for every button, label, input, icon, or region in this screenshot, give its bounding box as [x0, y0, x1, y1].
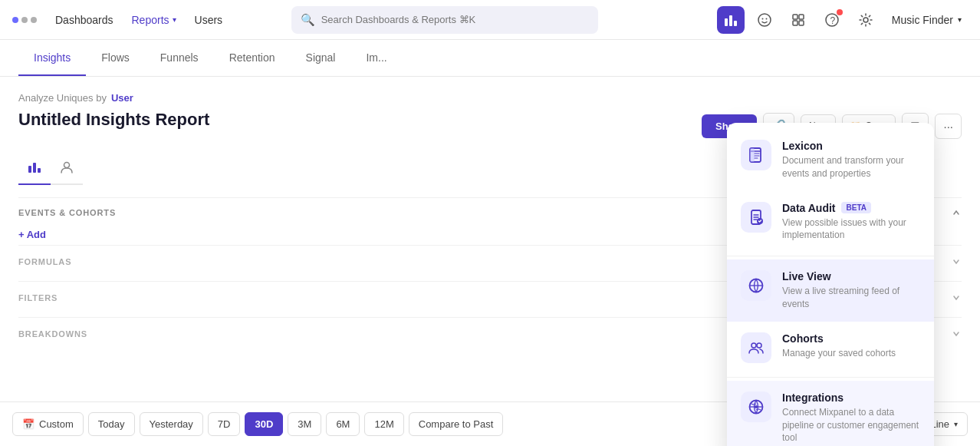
- notification-badge: [837, 9, 843, 15]
- svg-point-4: [761, 18, 763, 19]
- tab-more[interactable]: Im...: [350, 41, 402, 76]
- nav-dot-1: [12, 17, 18, 23]
- nav-right-icons: ? Music Finder ▾: [717, 6, 968, 34]
- live-view-title: Live View: [782, 270, 920, 282]
- cohorts-title: Cohorts: [782, 332, 920, 345]
- workspace-name: Music Finder: [892, 14, 953, 26]
- dropdown-item-lexicon[interactable]: Lexicon Document and transform your even…: [727, 129, 934, 191]
- nav-users[interactable]: Users: [189, 11, 229, 29]
- data-audit-icon: [741, 202, 771, 233]
- cohorts-desc: Manage your saved cohorts: [782, 347, 920, 360]
- lexicon-text: Lexicon Document and transform your even…: [782, 140, 920, 180]
- data-audit-title: Data Audit BETA: [782, 202, 920, 214]
- lexicon-icon: [741, 140, 771, 170]
- cohorts-text: Cohorts Manage your saved cohorts: [782, 332, 920, 360]
- svg-rect-8: [793, 21, 797, 25]
- svg-rect-1: [729, 15, 732, 26]
- search-icon: 🔍: [301, 13, 315, 27]
- dropdown-item-data-audit[interactable]: Data Audit BETA View possible issues wit…: [727, 191, 934, 253]
- integrations-icon: [741, 391, 771, 422]
- top-nav: Dashboards Reports ▾ Users 🔍: [0, 0, 980, 40]
- 3m-button[interactable]: 3M: [288, 412, 321, 436]
- settings-nav-icon[interactable]: [852, 6, 880, 34]
- svg-point-12: [863, 18, 868, 22]
- svg-rect-0: [725, 18, 728, 26]
- integrations-desc: Connect Mixpanel to a data pipeline or c…: [782, 406, 920, 444]
- svg-point-5: [765, 18, 767, 19]
- line-chevron-icon: ▾: [954, 420, 958, 428]
- svg-text:?: ?: [830, 15, 835, 25]
- formulas-label: FORMULAS: [18, 257, 71, 266]
- breakdowns-label: BREAKDOWNS: [18, 329, 87, 339]
- svg-rect-6: [793, 15, 797, 19]
- nav-reports[interactable]: Reports ▾: [126, 11, 183, 29]
- smiley-icon: [757, 12, 772, 28]
- live-view-icon: [741, 270, 771, 301]
- today-button[interactable]: Today: [88, 412, 135, 436]
- integrations-text: Integrations Connect Mixpanel to a data …: [782, 391, 920, 444]
- compare-to-past-button[interactable]: Compare to Past: [409, 412, 504, 436]
- reports-chevron-icon: ▾: [173, 15, 176, 24]
- calendar-icon: 📅: [22, 418, 35, 430]
- workspace-chevron-icon: ▾: [958, 15, 962, 24]
- report-title: Untitled Insights Report: [18, 110, 209, 130]
- 30d-button[interactable]: 30D: [245, 412, 283, 436]
- yesterday-button[interactable]: Yesterday: [140, 412, 203, 436]
- nav-dashboards[interactable]: Dashboards: [49, 11, 120, 29]
- view-tab-profile[interactable]: [51, 154, 83, 185]
- tab-retention[interactable]: Retention: [214, 41, 291, 76]
- grid-icon: [791, 12, 806, 28]
- gear-icon: [858, 12, 873, 28]
- svg-rect-15: [38, 168, 41, 173]
- grid-nav-icon[interactable]: [784, 6, 812, 34]
- formulas-expand-icon[interactable]: [951, 256, 962, 267]
- breakdowns-expand-icon[interactable]: [951, 329, 962, 339]
- tab-insights[interactable]: Insights: [18, 41, 86, 76]
- svg-point-16: [64, 163, 70, 168]
- divider-2: [727, 377, 934, 378]
- nav-dot-3: [31, 17, 37, 23]
- custom-date-button[interactable]: 📅 Custom: [12, 412, 84, 436]
- main-area: Analyze Uniques by User Untitled Insight…: [0, 77, 980, 446]
- filters-label: FILTERS: [18, 293, 58, 302]
- dropdown-item-integrations[interactable]: Integrations Connect Mixpanel to a data …: [727, 381, 934, 446]
- events-collapse-icon[interactable]: [951, 207, 962, 218]
- help-nav-icon[interactable]: ?: [818, 6, 846, 34]
- nav-dots: [12, 17, 37, 23]
- analyze-label: Analyze Uniques by: [18, 92, 107, 104]
- dropdown-panel: Lexicon Document and transform your even…: [727, 123, 934, 446]
- view-tab-chart[interactable]: [18, 154, 51, 185]
- cohorts-icon: [741, 332, 771, 363]
- workspace-selector[interactable]: Music Finder ▾: [886, 11, 968, 29]
- analyze-value[interactable]: User: [111, 92, 133, 104]
- svg-point-3: [758, 14, 771, 26]
- sub-nav: Insights Flows Funnels Retention Signal …: [0, 40, 980, 77]
- chart-icon: [723, 12, 738, 28]
- tab-funnels[interactable]: Funnels: [145, 41, 214, 76]
- integrations-title: Integrations: [782, 391, 920, 404]
- search-bar[interactable]: 🔍: [291, 6, 598, 34]
- analyze-row: Analyze Uniques by User: [18, 92, 962, 104]
- svg-point-30: [755, 405, 758, 408]
- dropdown-item-cohorts[interactable]: Cohorts Manage your saved cohorts: [727, 322, 934, 374]
- 6m-button[interactable]: 6M: [326, 412, 360, 436]
- face-nav-icon[interactable]: [751, 6, 778, 34]
- 12m-button[interactable]: 12M: [364, 412, 403, 436]
- svg-rect-7: [799, 15, 804, 19]
- tab-signal[interactable]: Signal: [291, 41, 351, 76]
- svg-rect-9: [799, 21, 804, 25]
- events-cohorts-label: EVENTS & COHORTS: [18, 208, 116, 217]
- more-button[interactable]: ···: [935, 114, 962, 139]
- 7d-button[interactable]: 7D: [208, 412, 241, 436]
- search-input[interactable]: [321, 14, 589, 25]
- data-audit-text: Data Audit BETA View possible issues wit…: [782, 202, 920, 243]
- dropdown-item-live-view[interactable]: Live View View a live streaming feed of …: [727, 259, 934, 322]
- tab-flows[interactable]: Flows: [86, 41, 145, 76]
- insights-nav-icon[interactable]: [717, 6, 745, 34]
- nav-dot-2: [21, 17, 28, 23]
- svg-rect-2: [734, 21, 737, 26]
- filters-expand-icon[interactable]: [951, 292, 962, 303]
- live-view-desc: View a live streaming feed of events: [782, 285, 920, 311]
- live-view-text: Live View View a live streaming feed of …: [782, 270, 920, 311]
- chart-view-icon: [28, 160, 41, 174]
